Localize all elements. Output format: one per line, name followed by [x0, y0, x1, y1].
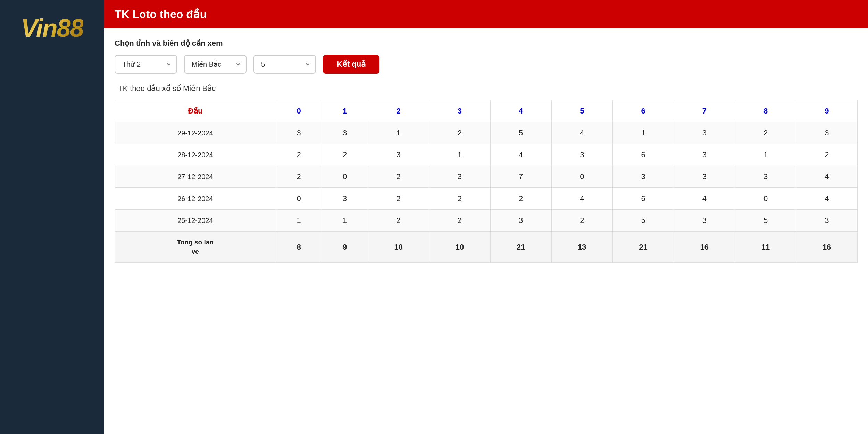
cell-4-5: 2	[551, 210, 612, 232]
cell-1-0: 2	[276, 144, 322, 166]
footer-val-0: 8	[276, 232, 322, 263]
table-row: 25-12-20241122325353	[115, 210, 858, 232]
cell-1-5: 3	[551, 144, 612, 166]
cell-0-3: 2	[429, 122, 490, 144]
col-header-4: 4	[490, 100, 551, 122]
footer-label: Tong so lanve	[115, 232, 276, 263]
cell-4-4: 3	[490, 210, 551, 232]
filter-row: Thứ 2 Thứ 3 Thứ 4 Thứ 5 Thứ 6 Thứ 7 Chủ …	[115, 55, 858, 74]
cell-3-3: 2	[429, 188, 490, 210]
cell-1-7: 3	[674, 144, 735, 166]
main-content: TK Loto theo đầu Chọn tỉnh và biên độ cầ…	[104, 0, 868, 434]
footer-val-7: 16	[674, 232, 735, 263]
cell-1-9: 2	[796, 144, 857, 166]
table-body: 29-12-2024331254132328-12-20242231436312…	[115, 122, 858, 232]
footer-val-3: 10	[429, 232, 490, 263]
footer-val-5: 13	[551, 232, 612, 263]
cell-2-9: 4	[796, 166, 857, 188]
cell-0-9: 3	[796, 122, 857, 144]
cell-2-4: 7	[490, 166, 551, 188]
col-header-5: 5	[551, 100, 612, 122]
cell-4-3: 2	[429, 210, 490, 232]
cell-4-8: 5	[735, 210, 796, 232]
table-row: 28-12-20242231436312	[115, 144, 858, 166]
cell-3-7: 4	[674, 188, 735, 210]
result-button[interactable]: Kết quả	[323, 55, 379, 74]
cell-1-4: 4	[490, 144, 551, 166]
cell-4-0: 1	[276, 210, 322, 232]
day-select[interactable]: Thứ 2 Thứ 3 Thứ 4 Thứ 5 Thứ 6 Thứ 7 Chủ …	[115, 55, 177, 74]
table-header-row: Đầu 0 1 2 3 4 5 6 7 8 9	[115, 100, 858, 122]
footer-val-8: 11	[735, 232, 796, 263]
col-header-0: 0	[276, 100, 322, 122]
cell-date-2: 27-12-2024	[115, 166, 276, 188]
cell-0-4: 5	[490, 122, 551, 144]
footer-val-6: 21	[612, 232, 674, 263]
footer-val-9: 16	[796, 232, 857, 263]
logo-container: Vin88	[21, 14, 83, 42]
cell-date-0: 29-12-2024	[115, 122, 276, 144]
col-header-9: 9	[796, 100, 857, 122]
col-header-3: 3	[429, 100, 490, 122]
cell-4-7: 3	[674, 210, 735, 232]
footer-val-2: 10	[368, 232, 429, 263]
cell-0-8: 2	[735, 122, 796, 144]
cell-1-8: 1	[735, 144, 796, 166]
cell-1-3: 1	[429, 144, 490, 166]
cell-0-0: 3	[276, 122, 322, 144]
table-footer-row: Tong so lanve 8 9 10 10 21 13 21 16 11 1…	[115, 232, 858, 263]
cell-3-9: 4	[796, 188, 857, 210]
col-header-2: 2	[368, 100, 429, 122]
cell-3-1: 3	[322, 188, 368, 210]
cell-4-9: 3	[796, 210, 857, 232]
page-title: TK Loto theo đầu	[115, 8, 858, 21]
cell-0-2: 1	[368, 122, 429, 144]
cell-0-6: 1	[612, 122, 674, 144]
table-subtitle: TK theo đầu xổ số Miền Bắc	[115, 84, 858, 93]
cell-date-4: 25-12-2024	[115, 210, 276, 232]
cell-0-1: 3	[322, 122, 368, 144]
cell-date-3: 26-12-2024	[115, 188, 276, 210]
table-row: 27-12-20242023703334	[115, 166, 858, 188]
cell-date-1: 28-12-2024	[115, 144, 276, 166]
cell-2-2: 2	[368, 166, 429, 188]
cell-0-7: 3	[674, 122, 735, 144]
col-header-dau: Đầu	[115, 100, 276, 122]
table-row: 29-12-20243312541323	[115, 122, 858, 144]
col-header-6: 6	[612, 100, 674, 122]
cell-3-2: 2	[368, 188, 429, 210]
cell-2-5: 0	[551, 166, 612, 188]
page-header: TK Loto theo đầu	[104, 0, 868, 28]
col-header-1: 1	[322, 100, 368, 122]
cell-3-0: 0	[276, 188, 322, 210]
cell-2-6: 3	[612, 166, 674, 188]
cell-1-6: 6	[612, 144, 674, 166]
logo: Vin88	[21, 14, 83, 42]
cell-3-4: 2	[490, 188, 551, 210]
col-header-7: 7	[674, 100, 735, 122]
region-select[interactable]: Miền Bắc Miền Nam Miền Trung	[184, 55, 247, 74]
cell-2-1: 0	[322, 166, 368, 188]
loto-table: Đầu 0 1 2 3 4 5 6 7 8 9 29-12-2024331254…	[115, 100, 858, 263]
cell-0-5: 4	[551, 122, 612, 144]
cell-4-6: 5	[612, 210, 674, 232]
col-header-8: 8	[735, 100, 796, 122]
cell-1-2: 3	[368, 144, 429, 166]
footer-val-4: 21	[490, 232, 551, 263]
cell-3-8: 0	[735, 188, 796, 210]
cell-3-5: 4	[551, 188, 612, 210]
footer-val-1: 9	[322, 232, 368, 263]
filter-label: Chọn tỉnh và biên độ cần xem	[115, 39, 858, 48]
cell-4-2: 2	[368, 210, 429, 232]
cell-1-1: 2	[322, 144, 368, 166]
cell-4-1: 1	[322, 210, 368, 232]
sidebar: Vin88	[0, 0, 104, 434]
range-select[interactable]: 5 10 15 20 30	[253, 55, 316, 74]
cell-2-7: 3	[674, 166, 735, 188]
cell-3-6: 6	[612, 188, 674, 210]
content-area: Chọn tỉnh và biên độ cần xem Thứ 2 Thứ 3…	[104, 28, 868, 273]
cell-2-3: 3	[429, 166, 490, 188]
table-row: 26-12-20240322246404	[115, 188, 858, 210]
cell-2-8: 3	[735, 166, 796, 188]
cell-2-0: 2	[276, 166, 322, 188]
